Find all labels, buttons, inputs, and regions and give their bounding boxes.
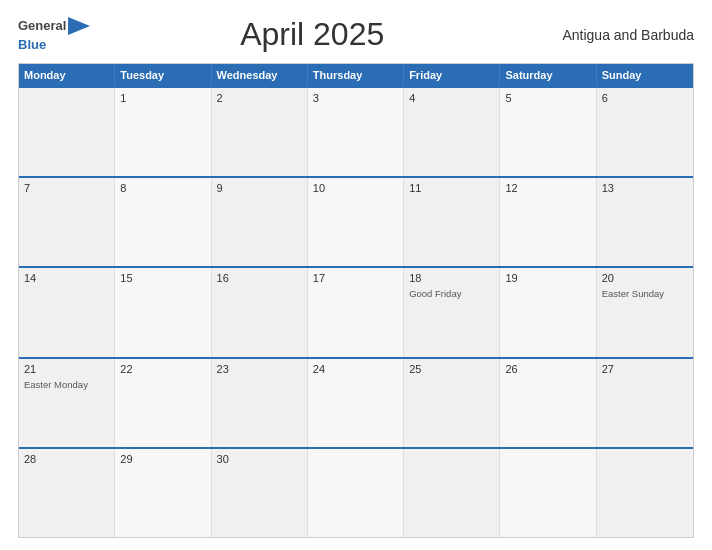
table-row [404,449,500,537]
table-row: 23 [212,359,308,447]
table-row: 26 [500,359,596,447]
table-row: 29 [115,449,211,537]
country-name: Antigua and Barbuda [534,27,694,43]
day-number: 9 [217,182,302,194]
day-number: 1 [120,92,205,104]
table-row: 16 [212,268,308,356]
table-row: 17 [308,268,404,356]
day-number: 6 [602,92,688,104]
table-row: 3 [308,88,404,176]
col-tuesday: Tuesday [115,64,211,86]
week-row-4: 21Easter Monday222324252627 [19,357,693,447]
col-monday: Monday [19,64,115,86]
logo-blue-text: Blue [18,37,46,52]
day-number: 23 [217,363,302,375]
day-number: 18 [409,272,494,284]
table-row: 11 [404,178,500,266]
table-row: 18Good Friday [404,268,500,356]
table-row: 9 [212,178,308,266]
week-row-1: 123456 [19,86,693,176]
table-row: 7 [19,178,115,266]
table-row: 1 [115,88,211,176]
table-row [500,449,596,537]
day-number: 13 [602,182,688,194]
table-row: 12 [500,178,596,266]
col-wednesday: Wednesday [212,64,308,86]
calendar-event: Easter Monday [24,379,109,390]
logo-general-text: General [18,18,66,33]
table-row: 22 [115,359,211,447]
table-row: 24 [308,359,404,447]
calendar: Monday Tuesday Wednesday Thursday Friday… [18,63,694,538]
day-number: 11 [409,182,494,194]
day-number: 4 [409,92,494,104]
week-row-2: 78910111213 [19,176,693,266]
week-row-3: 1415161718Good Friday1920Easter Sunday [19,266,693,356]
day-number: 17 [313,272,398,284]
table-row: 27 [597,359,693,447]
table-row: 25 [404,359,500,447]
logo-flag-icon [68,17,90,35]
table-row: 13 [597,178,693,266]
calendar-body: 123456789101112131415161718Good Friday19… [19,86,693,537]
svg-marker-0 [68,17,90,35]
day-number: 21 [24,363,109,375]
table-row: 30 [212,449,308,537]
calendar-header: General Blue April 2025 Antigua and Barb… [18,16,694,53]
col-friday: Friday [404,64,500,86]
calendar-event: Easter Sunday [602,288,688,299]
col-sunday: Sunday [597,64,693,86]
table-row: 6 [597,88,693,176]
day-number: 25 [409,363,494,375]
calendar-event: Good Friday [409,288,494,299]
table-row [19,88,115,176]
calendar-header-row: Monday Tuesday Wednesday Thursday Friday… [19,64,693,86]
col-saturday: Saturday [500,64,596,86]
table-row [597,449,693,537]
day-number: 28 [24,453,109,465]
table-row: 5 [500,88,596,176]
day-number: 27 [602,363,688,375]
table-row: 8 [115,178,211,266]
day-number: 30 [217,453,302,465]
day-number: 8 [120,182,205,194]
day-number: 22 [120,363,205,375]
table-row: 21Easter Monday [19,359,115,447]
table-row: 19 [500,268,596,356]
day-number: 12 [505,182,590,194]
day-number: 15 [120,272,205,284]
table-row: 4 [404,88,500,176]
day-number: 20 [602,272,688,284]
day-number: 29 [120,453,205,465]
table-row: 28 [19,449,115,537]
table-row: 14 [19,268,115,356]
day-number: 5 [505,92,590,104]
day-number: 7 [24,182,109,194]
day-number: 10 [313,182,398,194]
day-number: 26 [505,363,590,375]
table-row: 20Easter Sunday [597,268,693,356]
logo-area: General Blue [18,17,90,53]
day-number: 14 [24,272,109,284]
day-number: 3 [313,92,398,104]
day-number: 19 [505,272,590,284]
month-title: April 2025 [90,16,534,53]
day-number: 16 [217,272,302,284]
table-row: 10 [308,178,404,266]
table-row: 2 [212,88,308,176]
table-row: 15 [115,268,211,356]
table-row [308,449,404,537]
day-number: 24 [313,363,398,375]
week-row-5: 282930 [19,447,693,537]
day-number: 2 [217,92,302,104]
col-thursday: Thursday [308,64,404,86]
